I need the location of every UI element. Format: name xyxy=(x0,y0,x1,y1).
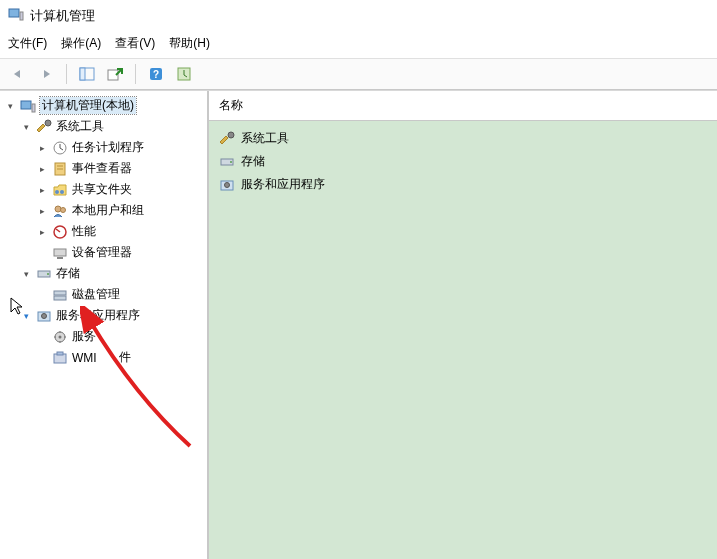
svg-point-29 xyxy=(59,335,62,338)
menu-help[interactable]: 帮助(H) xyxy=(169,35,210,52)
services-apps-icon xyxy=(219,177,235,193)
svg-point-23 xyxy=(47,273,49,275)
window-title: 计算机管理 xyxy=(30,7,95,25)
no-expander xyxy=(36,331,48,343)
column-header-name[interactable]: 名称 xyxy=(209,91,717,121)
wmi-icon xyxy=(52,350,68,366)
tree-node-label[interactable]: 存储 xyxy=(56,265,80,282)
chevron-down-icon[interactable]: ▾ xyxy=(20,310,32,322)
tree-node-label[interactable]: 事件查看器 xyxy=(72,160,132,177)
services-apps-icon xyxy=(36,308,52,324)
titlebar: 计算机管理 xyxy=(0,0,717,31)
svg-point-27 xyxy=(42,313,47,318)
forward-button[interactable] xyxy=(34,63,58,85)
tree-system-tools[interactable]: ▾ 系统工具 xyxy=(18,116,207,137)
local-users-groups-icon xyxy=(52,203,68,219)
performance-icon xyxy=(52,224,68,240)
chevron-down-icon[interactable]: ▾ xyxy=(20,121,32,133)
list-item[interactable]: 系统工具 xyxy=(219,127,707,150)
svg-rect-24 xyxy=(54,291,66,295)
tree-node-label[interactable]: 磁盘管理 xyxy=(72,286,120,303)
disk-management-icon xyxy=(52,287,68,303)
chevron-right-icon[interactable]: ▸ xyxy=(36,205,48,217)
showhide-button[interactable] xyxy=(75,63,99,85)
chevron-down-icon[interactable]: ▾ xyxy=(4,100,16,112)
tree-event-viewer[interactable]: ▸事件查看器 xyxy=(34,158,207,179)
tree-pane[interactable]: ▾ 计算机管理(本地) ▾ 系统工具 ▸任务计划程序 xyxy=(0,91,208,559)
export-button[interactable] xyxy=(103,63,127,85)
tools-icon xyxy=(36,119,52,135)
chevron-right-icon[interactable]: ▸ xyxy=(36,142,48,154)
svg-point-16 xyxy=(60,190,64,194)
device-manager-icon xyxy=(52,245,68,261)
chevron-right-icon[interactable]: ▸ xyxy=(36,184,48,196)
tree-local-users-groups[interactable]: ▸本地用户和组 xyxy=(34,200,207,221)
help-button[interactable]: ? xyxy=(144,63,168,85)
no-expander xyxy=(36,247,48,259)
task-scheduler-icon xyxy=(52,140,68,156)
chevron-down-icon[interactable]: ▾ xyxy=(20,268,32,280)
tree-root-label[interactable]: 计算机管理(本地) xyxy=(40,97,136,114)
props-button[interactable] xyxy=(172,63,196,85)
menu-view[interactable]: 查看(V) xyxy=(115,35,155,52)
svg-rect-0 xyxy=(9,9,19,17)
tree-device-manager[interactable]: 设备管理器 xyxy=(34,242,207,263)
list-item[interactable]: 服务和应用程序 xyxy=(219,173,707,196)
tree-storage[interactable]: ▾ 存储 xyxy=(18,263,207,284)
storage-icon xyxy=(219,154,235,170)
tools-icon xyxy=(219,131,235,147)
tree-node-label[interactable]: 设备管理器 xyxy=(72,244,132,261)
chevron-right-icon[interactable]: ▸ xyxy=(36,226,48,238)
tree-node-label[interactable]: 本地用户和组 xyxy=(72,202,144,219)
tree-node-label[interactable]: WMI xyxy=(72,351,97,365)
tree-performance[interactable]: ▸性能 xyxy=(34,221,207,242)
svg-point-18 xyxy=(61,207,66,212)
svg-rect-8 xyxy=(21,101,31,109)
svg-point-10 xyxy=(45,120,51,126)
svg-point-34 xyxy=(230,161,232,163)
tree-node-label[interactable]: 服务 xyxy=(72,328,96,345)
svg-rect-3 xyxy=(80,68,85,80)
tree-wmi[interactable]: WMI件 xyxy=(34,347,207,368)
menu-action[interactable]: 操作(A) xyxy=(61,35,101,52)
toolbar-separator xyxy=(66,64,67,84)
shared-folders-icon xyxy=(52,182,68,198)
svg-text:?: ? xyxy=(153,69,159,80)
back-button[interactable] xyxy=(6,63,30,85)
toolbar-separator xyxy=(135,64,136,84)
computer-icon xyxy=(20,98,36,114)
tree-services[interactable]: 服务 xyxy=(34,326,207,347)
svg-rect-21 xyxy=(57,257,63,259)
svg-rect-31 xyxy=(57,352,63,355)
storage-icon xyxy=(36,266,52,282)
svg-point-36 xyxy=(225,182,230,187)
tree-node-label[interactable]: 任务计划程序 xyxy=(72,139,144,156)
list-item[interactable]: 存储 xyxy=(219,150,707,173)
services-icon xyxy=(52,329,68,345)
svg-rect-25 xyxy=(54,296,66,300)
svg-rect-20 xyxy=(54,249,66,256)
menu-file[interactable]: 文件(F) xyxy=(8,35,47,52)
svg-point-15 xyxy=(55,190,59,194)
list-item-label: 系统工具 xyxy=(241,130,289,147)
list-item-label: 服务和应用程序 xyxy=(241,176,325,193)
no-expander xyxy=(36,289,48,301)
no-expander xyxy=(36,352,48,364)
tree-root[interactable]: ▾ 计算机管理(本地) xyxy=(2,95,207,116)
tree-services-apps[interactable]: ▾ 服务和应用程序 xyxy=(18,305,207,326)
svg-point-17 xyxy=(55,206,61,212)
tree-task-scheduler[interactable]: ▸任务计划程序 xyxy=(34,137,207,158)
content-pane[interactable]: 名称 系统工具 存储 服务和应用程序 xyxy=(208,91,717,559)
svg-rect-1 xyxy=(20,12,23,20)
content-list: 系统工具 存储 服务和应用程序 xyxy=(209,121,717,202)
tree-node-label[interactable]: 性能 xyxy=(72,223,96,240)
chevron-right-icon[interactable]: ▸ xyxy=(36,163,48,175)
computer-management-icon xyxy=(8,6,24,25)
tree-node-label[interactable]: 服务和应用程序 xyxy=(56,307,140,324)
tree-node-label[interactable]: 系统工具 xyxy=(56,118,104,135)
tree-node-label[interactable]: 共享文件夹 xyxy=(72,181,132,198)
obscured-text: 件 xyxy=(119,349,131,366)
tree-disk-management[interactable]: 磁盘管理 xyxy=(34,284,207,305)
event-viewer-icon xyxy=(52,161,68,177)
tree-shared-folders[interactable]: ▸共享文件夹 xyxy=(34,179,207,200)
